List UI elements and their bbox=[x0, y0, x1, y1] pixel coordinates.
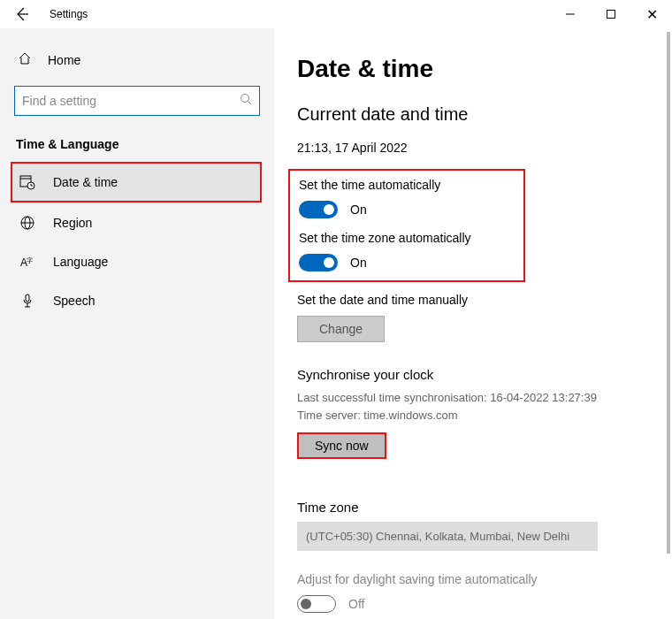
dst-state: Off bbox=[348, 597, 364, 611]
dst-label: Adjust for daylight saving time automati… bbox=[297, 572, 654, 586]
maximize-button[interactable] bbox=[591, 0, 631, 28]
auto-settings-highlight: Set the time automatically On Set the ti… bbox=[288, 169, 525, 282]
sidebar: Home Time & Language Date & time bbox=[0, 28, 274, 619]
sidebar-item-label: Speech bbox=[53, 294, 95, 308]
close-button[interactable]: ✕ bbox=[631, 0, 672, 28]
scrollbar[interactable] bbox=[667, 32, 670, 615]
sync-info: Last successful time synchronisation: 16… bbox=[297, 389, 654, 424]
manual-datetime-label: Set the date and time manually bbox=[297, 293, 654, 307]
auto-time-label: Set the time automatically bbox=[299, 178, 515, 192]
sidebar-item-label: Region bbox=[53, 216, 92, 230]
svg-text:字: 字 bbox=[27, 257, 33, 264]
home-label: Home bbox=[48, 53, 80, 67]
sidebar-item-speech[interactable]: Speech bbox=[14, 282, 260, 319]
home-icon bbox=[18, 51, 32, 68]
page-title: Date & time bbox=[297, 55, 654, 83]
home-nav-item[interactable]: Home bbox=[14, 46, 260, 73]
globe-icon bbox=[19, 215, 35, 231]
current-datetime: 21:13, 17 April 2022 bbox=[297, 141, 654, 155]
sidebar-item-date-time[interactable]: Date & time bbox=[11, 162, 262, 203]
auto-tz-toggle[interactable] bbox=[299, 254, 338, 271]
timezone-heading: Time zone bbox=[297, 500, 654, 515]
search-box[interactable] bbox=[14, 86, 260, 116]
auto-time-state: On bbox=[350, 203, 367, 217]
sidebar-item-region[interactable]: Region bbox=[14, 204, 260, 241]
minimize-button[interactable] bbox=[550, 0, 591, 28]
sync-heading: Synchronise your clock bbox=[297, 367, 654, 382]
svg-point-2 bbox=[241, 95, 249, 103]
window-title: Settings bbox=[50, 8, 88, 20]
dst-toggle bbox=[297, 595, 336, 613]
main-content: Date & time Current date and time 21:13,… bbox=[274, 28, 672, 619]
svg-line-3 bbox=[248, 102, 251, 104]
auto-tz-label: Set the time zone automatically bbox=[299, 231, 515, 245]
back-button[interactable] bbox=[9, 1, 35, 27]
language-icon: A字 bbox=[19, 254, 35, 270]
auto-tz-state: On bbox=[350, 256, 367, 270]
change-button: Change bbox=[297, 316, 385, 342]
auto-time-toggle[interactable] bbox=[299, 201, 338, 218]
section-title: Time & Language bbox=[14, 137, 260, 151]
search-icon bbox=[240, 93, 252, 109]
search-input[interactable] bbox=[22, 94, 240, 108]
page-subheading: Current date and time bbox=[297, 104, 654, 125]
svg-rect-14 bbox=[26, 294, 29, 302]
sidebar-item-language[interactable]: A字 Language bbox=[14, 243, 260, 280]
titlebar: Settings ✕ bbox=[0, 0, 672, 28]
timezone-select: (UTC+05:30) Chennai, Kolkata, Mumbai, Ne… bbox=[297, 522, 598, 551]
calendar-clock-icon bbox=[19, 174, 35, 190]
sidebar-item-label: Language bbox=[53, 255, 108, 269]
sync-now-button[interactable]: Sync now bbox=[297, 432, 386, 459]
sidebar-item-label: Date & time bbox=[53, 175, 118, 189]
microphone-icon bbox=[19, 293, 35, 309]
